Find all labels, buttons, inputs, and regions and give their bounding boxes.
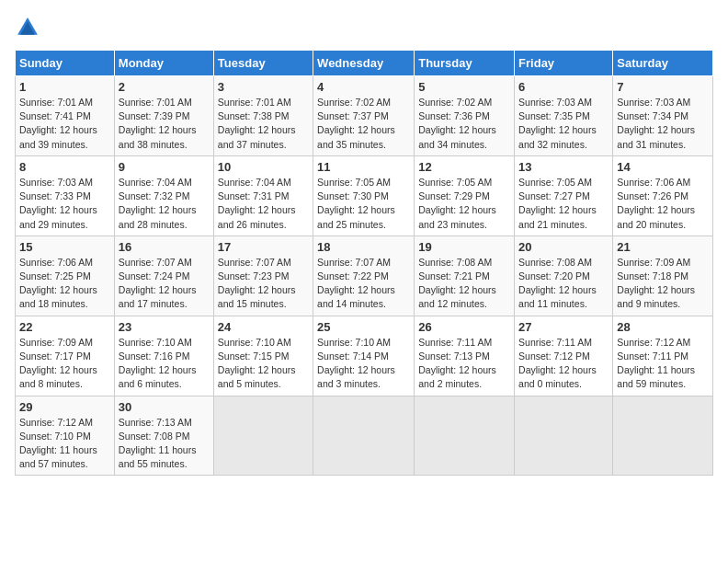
- week-row-4: 22Sunrise: 7:09 AM Sunset: 7:17 PM Dayli…: [16, 316, 713, 396]
- header-day-friday: Friday: [515, 51, 613, 76]
- day-number: 30: [119, 400, 210, 414]
- logo: [15, 15, 44, 40]
- header-day-sunday: Sunday: [16, 51, 115, 76]
- calendar-cell: 16Sunrise: 7:07 AM Sunset: 7:24 PM Dayli…: [114, 236, 213, 316]
- day-number: 29: [19, 400, 110, 414]
- day-number: 13: [518, 160, 609, 174]
- calendar-cell: 17Sunrise: 7:07 AM Sunset: 7:23 PM Dayli…: [213, 236, 313, 316]
- day-number: 11: [317, 160, 410, 174]
- day-number: 16: [119, 240, 210, 254]
- day-detail: Sunrise: 7:03 AM Sunset: 7:34 PM Dayligh…: [617, 96, 709, 152]
- calendar-cell: 9Sunrise: 7:04 AM Sunset: 7:32 PM Daylig…: [114, 155, 213, 236]
- day-number: 9: [119, 160, 210, 174]
- calendar-table: SundayMondayTuesdayWednesdayThursdayFrid…: [15, 50, 713, 476]
- day-detail: Sunrise: 7:01 AM Sunset: 7:41 PM Dayligh…: [19, 96, 110, 152]
- calendar-cell: 26Sunrise: 7:11 AM Sunset: 7:13 PM Dayli…: [415, 316, 515, 396]
- day-detail: Sunrise: 7:10 AM Sunset: 7:15 PM Dayligh…: [218, 336, 309, 392]
- day-number: 17: [218, 240, 309, 254]
- week-row-1: 1Sunrise: 7:01 AM Sunset: 7:41 PM Daylig…: [16, 76, 713, 156]
- day-detail: Sunrise: 7:06 AM Sunset: 7:26 PM Dayligh…: [617, 176, 709, 232]
- day-detail: Sunrise: 7:01 AM Sunset: 7:39 PM Dayligh…: [119, 96, 210, 152]
- day-number: 24: [218, 320, 309, 334]
- calendar-cell: 6Sunrise: 7:03 AM Sunset: 7:35 PM Daylig…: [515, 76, 613, 156]
- day-detail: Sunrise: 7:07 AM Sunset: 7:24 PM Dayligh…: [119, 256, 210, 312]
- day-detail: Sunrise: 7:06 AM Sunset: 7:25 PM Dayligh…: [19, 256, 110, 312]
- calendar-cell: [415, 396, 515, 476]
- day-detail: Sunrise: 7:10 AM Sunset: 7:16 PM Dayligh…: [119, 336, 210, 392]
- day-detail: Sunrise: 7:07 AM Sunset: 7:23 PM Dayligh…: [218, 256, 309, 312]
- header: [15, 15, 713, 40]
- day-detail: Sunrise: 7:03 AM Sunset: 7:33 PM Dayligh…: [19, 176, 110, 232]
- calendar-cell: 24Sunrise: 7:10 AM Sunset: 7:15 PM Dayli…: [213, 316, 313, 396]
- header-day-thursday: Thursday: [415, 51, 515, 76]
- day-detail: Sunrise: 7:01 AM Sunset: 7:38 PM Dayligh…: [218, 96, 309, 152]
- day-detail: Sunrise: 7:02 AM Sunset: 7:36 PM Dayligh…: [418, 96, 510, 152]
- day-detail: Sunrise: 7:05 AM Sunset: 7:27 PM Dayligh…: [518, 176, 609, 232]
- day-detail: Sunrise: 7:11 AM Sunset: 7:12 PM Dayligh…: [518, 336, 609, 392]
- day-detail: Sunrise: 7:10 AM Sunset: 7:14 PM Dayligh…: [317, 336, 410, 392]
- day-detail: Sunrise: 7:04 AM Sunset: 7:32 PM Dayligh…: [119, 176, 210, 232]
- calendar-cell: [213, 396, 313, 476]
- calendar-cell: 1Sunrise: 7:01 AM Sunset: 7:41 PM Daylig…: [16, 76, 115, 156]
- calendar-cell: 30Sunrise: 7:13 AM Sunset: 7:08 PM Dayli…: [114, 396, 213, 476]
- header-day-tuesday: Tuesday: [213, 51, 313, 76]
- calendar-cell: 15Sunrise: 7:06 AM Sunset: 7:25 PM Dayli…: [16, 236, 115, 316]
- day-number: 12: [418, 160, 510, 174]
- day-detail: Sunrise: 7:08 AM Sunset: 7:20 PM Dayligh…: [518, 256, 609, 312]
- calendar-cell: 20Sunrise: 7:08 AM Sunset: 7:20 PM Dayli…: [515, 236, 613, 316]
- calendar-cell: 3Sunrise: 7:01 AM Sunset: 7:38 PM Daylig…: [213, 76, 313, 156]
- day-number: 14: [617, 160, 709, 174]
- week-row-3: 15Sunrise: 7:06 AM Sunset: 7:25 PM Dayli…: [16, 236, 713, 316]
- calendar-header: SundayMondayTuesdayWednesdayThursdayFrid…: [16, 51, 713, 76]
- calendar-cell: 2Sunrise: 7:01 AM Sunset: 7:39 PM Daylig…: [114, 76, 213, 156]
- calendar-cell: [515, 396, 613, 476]
- day-number: 21: [617, 240, 709, 254]
- calendar-cell: 29Sunrise: 7:12 AM Sunset: 7:10 PM Dayli…: [16, 396, 115, 476]
- day-detail: Sunrise: 7:07 AM Sunset: 7:22 PM Dayligh…: [317, 256, 410, 312]
- calendar-cell: 5Sunrise: 7:02 AM Sunset: 7:36 PM Daylig…: [415, 76, 515, 156]
- day-number: 28: [617, 320, 709, 334]
- calendar-cell: 7Sunrise: 7:03 AM Sunset: 7:34 PM Daylig…: [613, 76, 713, 156]
- day-number: 18: [317, 240, 410, 254]
- calendar-cell: 23Sunrise: 7:10 AM Sunset: 7:16 PM Dayli…: [114, 316, 213, 396]
- calendar-cell: 19Sunrise: 7:08 AM Sunset: 7:21 PM Dayli…: [415, 236, 515, 316]
- calendar-cell: 13Sunrise: 7:05 AM Sunset: 7:27 PM Dayli…: [515, 155, 613, 236]
- day-detail: Sunrise: 7:08 AM Sunset: 7:21 PM Dayligh…: [418, 256, 510, 312]
- day-number: 6: [518, 80, 609, 94]
- calendar-body: 1Sunrise: 7:01 AM Sunset: 7:41 PM Daylig…: [16, 76, 713, 476]
- calendar-cell: [313, 396, 415, 476]
- header-day-saturday: Saturday: [613, 51, 713, 76]
- day-detail: Sunrise: 7:09 AM Sunset: 7:18 PM Dayligh…: [617, 256, 709, 312]
- calendar-cell: 4Sunrise: 7:02 AM Sunset: 7:37 PM Daylig…: [313, 76, 415, 156]
- day-detail: Sunrise: 7:05 AM Sunset: 7:29 PM Dayligh…: [418, 176, 510, 232]
- day-number: 19: [418, 240, 510, 254]
- day-number: 5: [418, 80, 510, 94]
- day-detail: Sunrise: 7:04 AM Sunset: 7:31 PM Dayligh…: [218, 176, 309, 232]
- day-number: 20: [518, 240, 609, 254]
- calendar-cell: 12Sunrise: 7:05 AM Sunset: 7:29 PM Dayli…: [415, 155, 515, 236]
- day-number: 15: [19, 240, 110, 254]
- day-number: 10: [218, 160, 309, 174]
- logo-icon: [15, 15, 40, 40]
- day-number: 26: [418, 320, 510, 334]
- calendar-cell: 27Sunrise: 7:11 AM Sunset: 7:12 PM Dayli…: [515, 316, 613, 396]
- calendar-cell: 18Sunrise: 7:07 AM Sunset: 7:22 PM Dayli…: [313, 236, 415, 316]
- calendar-cell: 8Sunrise: 7:03 AM Sunset: 7:33 PM Daylig…: [16, 155, 115, 236]
- week-row-5: 29Sunrise: 7:12 AM Sunset: 7:10 PM Dayli…: [16, 396, 713, 476]
- day-detail: Sunrise: 7:12 AM Sunset: 7:10 PM Dayligh…: [19, 416, 110, 472]
- calendar-cell: 14Sunrise: 7:06 AM Sunset: 7:26 PM Dayli…: [613, 155, 713, 236]
- day-detail: Sunrise: 7:11 AM Sunset: 7:13 PM Dayligh…: [418, 336, 510, 392]
- day-detail: Sunrise: 7:09 AM Sunset: 7:17 PM Dayligh…: [19, 336, 110, 392]
- day-number: 7: [617, 80, 709, 94]
- day-number: 4: [317, 80, 410, 94]
- day-number: 1: [19, 80, 110, 94]
- day-number: 23: [119, 320, 210, 334]
- day-detail: Sunrise: 7:12 AM Sunset: 7:11 PM Dayligh…: [617, 336, 709, 392]
- day-number: 27: [518, 320, 609, 334]
- day-number: 3: [218, 80, 309, 94]
- day-detail: Sunrise: 7:02 AM Sunset: 7:37 PM Dayligh…: [317, 96, 410, 152]
- header-day-monday: Monday: [114, 51, 213, 76]
- calendar-cell: 22Sunrise: 7:09 AM Sunset: 7:17 PM Dayli…: [16, 316, 115, 396]
- calendar-cell: 28Sunrise: 7:12 AM Sunset: 7:11 PM Dayli…: [613, 316, 713, 396]
- header-day-wednesday: Wednesday: [313, 51, 415, 76]
